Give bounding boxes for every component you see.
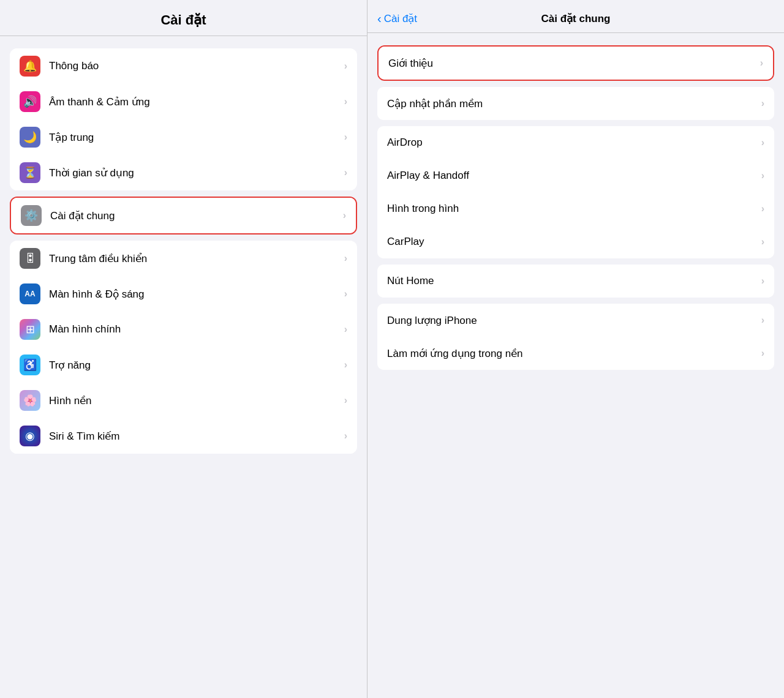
right-header: ‹ Cài đặt Cài đặt chung: [368, 0, 784, 33]
chevron-icon: ›: [344, 288, 347, 299]
right-item-carplay[interactable]: CarPlay›: [377, 225, 774, 258]
back-label: Cài đặt: [384, 12, 417, 25]
chevron-icon: ›: [344, 395, 347, 406]
man-hinh-do-sang-icon: AA: [20, 283, 40, 304]
thoi-gian-icon: ⏳: [20, 162, 40, 183]
settings-group: 🔔Thông báo›🔊Âm thanh & Cảm ứng›🌙Tập trun…: [10, 48, 357, 190]
settings-item-tro-nang[interactable]: ♿Trợ năng›: [10, 347, 357, 383]
cap-nhat-label: Cập nhật phần mềm: [387, 97, 761, 110]
thong-bao-label: Thông báo: [49, 60, 344, 72]
settings-item-hinh-nen[interactable]: 🌸Hình nền›: [10, 383, 357, 418]
right-title: Cài đặt chung: [541, 12, 611, 25]
settings-item-siri[interactable]: ◉Siri & Tìm kiếm›: [10, 418, 357, 454]
settings-item-am-thanh[interactable]: 🔊Âm thanh & Cảm ứng›: [10, 84, 357, 119]
chevron-icon: ›: [344, 324, 347, 335]
settings-item-man-hinh-do-sang[interactable]: AAMàn hình & Độ sáng›: [10, 276, 357, 312]
settings-item-cai-dat-chung[interactable]: ⚙️Cài đặt chung›: [11, 198, 356, 233]
left-title: Cài đặt: [10, 12, 357, 28]
chevron-icon: ›: [761, 236, 764, 247]
chevron-icon: ›: [344, 430, 347, 441]
siri-icon: ◉: [20, 426, 40, 446]
left-panel: Cài đặt 🔔Thông báo›🔊Âm thanh & Cảm ứng›🌙…: [0, 0, 368, 698]
chevron-icon: ›: [343, 210, 346, 221]
hinh-trong-hinh-label: Hình trong hình: [387, 203, 761, 215]
chevron-icon: ›: [344, 132, 347, 143]
right-item-cap-nhat[interactable]: Cập nhật phần mềm›: [377, 87, 774, 120]
right-item-gioi-thieu[interactable]: Giới thiệu›: [379, 47, 773, 80]
chevron-icon: ›: [761, 276, 764, 287]
trung-tam-icon: 🎛: [20, 248, 40, 269]
right-settings-group: Dung lượng iPhone›Làm mới ứng dụng trong…: [377, 304, 774, 370]
settings-group: 🎛Trung tâm điều khiển›AAMàn hình & Độ sá…: [10, 241, 357, 454]
settings-item-thong-bao[interactable]: 🔔Thông báo›: [10, 48, 357, 84]
right-panel: ‹ Cài đặt Cài đặt chung Giới thiệu›Cập n…: [368, 0, 784, 698]
right-settings-group: Nút Home›: [377, 265, 774, 298]
chevron-icon: ›: [344, 359, 347, 370]
tro-nang-icon: ♿: [20, 355, 40, 375]
hinh-nen-icon: 🌸: [20, 390, 40, 411]
right-item-dung-luong[interactable]: Dung lượng iPhone›: [377, 304, 774, 337]
thong-bao-icon: 🔔: [20, 56, 40, 77]
chevron-icon: ›: [761, 98, 764, 109]
gioi-thieu-label: Giới thiệu: [388, 57, 760, 70]
am-thanh-icon: 🔊: [20, 91, 40, 112]
settings-item-tap-trung[interactable]: 🌙Tập trung›: [10, 119, 357, 155]
hinh-nen-label: Hình nền: [49, 394, 344, 407]
right-item-airdrop[interactable]: AirDrop›: [377, 126, 774, 159]
settings-item-thoi-gian[interactable]: ⏳Thời gian sử dụng›: [10, 155, 357, 190]
right-settings-group: AirDrop›AirPlay & Handoff›Hình trong hìn…: [377, 126, 774, 258]
man-hinh-chinh-label: Màn hình chính: [49, 323, 344, 336]
thoi-gian-label: Thời gian sử dụng: [49, 167, 344, 179]
right-settings-group: Cập nhật phần mềm›: [377, 87, 774, 120]
man-hinh-do-sang-label: Màn hình & Độ sáng: [49, 288, 344, 301]
nut-home-label: Nút Home: [387, 275, 761, 287]
right-item-hinh-trong-hinh[interactable]: Hình trong hình›: [377, 192, 774, 225]
cai-dat-chung-icon: ⚙️: [21, 205, 42, 226]
left-settings-list: 🔔Thông báo›🔊Âm thanh & Cảm ứng›🌙Tập trun…: [0, 36, 367, 466]
chevron-icon: ›: [761, 203, 764, 214]
chevron-icon: ›: [344, 61, 347, 72]
right-item-lam-moi[interactable]: Làm mới ứng dụng trong nền›: [377, 337, 774, 370]
trung-tam-label: Trung tâm điều khiển: [49, 252, 344, 265]
tap-trung-icon: 🌙: [20, 127, 40, 148]
left-header: Cài đặt: [0, 0, 367, 36]
right-item-airplay-handoff[interactable]: AirPlay & Handoff›: [377, 159, 774, 192]
tro-nang-label: Trợ năng: [49, 359, 344, 372]
siri-label: Siri & Tìm kiếm: [49, 430, 344, 443]
dung-luong-label: Dung lượng iPhone: [387, 314, 761, 327]
settings-item-man-hinh-chinh[interactable]: ⊞Màn hình chính›: [10, 312, 357, 347]
man-hinh-chinh-icon: ⊞: [20, 319, 40, 340]
chevron-icon: ›: [760, 58, 763, 69]
cai-dat-chung-label: Cài đặt chung: [50, 209, 343, 222]
chevron-icon: ›: [761, 137, 764, 148]
right-settings-group: Giới thiệu›: [377, 45, 774, 81]
airplay-handoff-label: AirPlay & Handoff: [387, 170, 761, 182]
back-chevron-icon: ‹: [377, 12, 382, 26]
airdrop-label: AirDrop: [387, 137, 761, 149]
chevron-icon: ›: [761, 315, 764, 326]
chevron-icon: ›: [344, 167, 347, 178]
chevron-icon: ›: [344, 253, 347, 264]
carplay-label: CarPlay: [387, 236, 761, 248]
settings-item-trung-tam[interactable]: 🎛Trung tâm điều khiển›: [10, 241, 357, 276]
chevron-icon: ›: [761, 170, 764, 181]
settings-group: ⚙️Cài đặt chung›: [10, 197, 357, 235]
back-button[interactable]: ‹ Cài đặt: [377, 12, 417, 26]
tap-trung-label: Tập trung: [49, 131, 344, 144]
lam-moi-label: Làm mới ứng dụng trong nền: [387, 347, 761, 360]
right-item-nut-home[interactable]: Nút Home›: [377, 265, 774, 298]
right-settings-list: Giới thiệu›Cập nhật phần mềm›AirDrop›Air…: [368, 33, 784, 382]
chevron-icon: ›: [761, 348, 764, 359]
am-thanh-label: Âm thanh & Cảm ứng: [49, 96, 344, 108]
chevron-icon: ›: [344, 96, 347, 107]
